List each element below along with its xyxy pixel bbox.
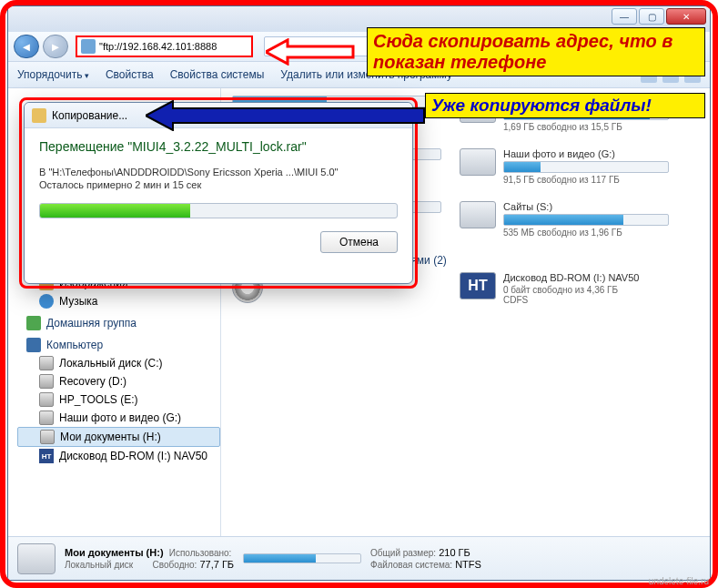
sidebar-item-bdrom[interactable]: HTДисковод BD-ROM (I:) NAV50 <box>17 447 220 465</box>
status-type: Локальный диск <box>65 560 133 570</box>
close-button[interactable]: ✕ <box>666 8 706 25</box>
copy-heading: Перемещение "MIUI4_3.2.22_MULTI_lock.rar… <box>39 139 398 154</box>
svg-marker-0 <box>266 40 353 64</box>
disk-icon <box>40 430 55 444</box>
sidebar-item-label: Локальный диск (C:) <box>59 357 163 370</box>
sidebar-item-recovery[interactable]: Recovery (D:) <box>17 372 220 390</box>
disk-icon <box>39 374 54 389</box>
drive-label: Наши фото и видео (G:) <box>503 148 669 159</box>
drive-free: 91,5 ГБ свободно из 117 ГБ <box>503 175 669 185</box>
status-usage-bar <box>243 553 361 563</box>
annotation-copying: Уже копируются файлы! <box>425 93 705 118</box>
homegroup-icon <box>26 316 41 330</box>
sidebar-item-hptools[interactable]: HP_TOOLS (E:) <box>17 390 220 409</box>
bd-icon: HT <box>460 272 496 299</box>
explorer-window: — ▢ ✕ ◄ ► Упорядочить Свойства Свойства … <box>7 5 711 581</box>
drive-free: 1,69 ГБ свободно из 15,5 ГБ <box>503 122 669 132</box>
status-used-label: Использовано: <box>169 548 232 558</box>
progress-bar <box>39 203 398 218</box>
status-free-label: Свободно: <box>153 560 197 570</box>
drive-free: 0 байт свободно из 4,36 ГБ <box>503 285 669 295</box>
disk-icon <box>39 392 54 407</box>
arrow-blue-icon <box>146 100 428 131</box>
status-fs-label: Файловая система: <box>370 560 452 570</box>
dialog-title: Копирование... <box>52 109 127 122</box>
forward-button[interactable]: ► <box>43 35 68 58</box>
drive-photos[interactable]: Наши фото и видео (G:) 91,5 ГБ свободно … <box>460 148 669 185</box>
sidebar-item-label: HP_TOOLS (E:) <box>59 393 137 406</box>
music-icon <box>39 294 54 309</box>
system-properties-button[interactable]: Свойства системы <box>170 68 265 81</box>
copy-path: В "H:\Телефоны\ANDDDROIDD\Sony Ericsson … <box>39 167 398 177</box>
address-bar[interactable] <box>76 35 253 57</box>
cancel-button[interactable]: Отмена <box>320 231 398 253</box>
sidebar-item-label: Recovery (D:) <box>59 375 126 388</box>
annotation-address: Сюда скопировать адрес, что в показан те… <box>367 27 705 76</box>
location-icon <box>81 39 96 54</box>
sidebar-item-music[interactable]: Музыка <box>17 292 220 310</box>
address-input[interactable] <box>99 41 248 52</box>
sidebar-item-mydocs[interactable]: Мои документы (H:) <box>17 427 220 447</box>
sidebar-item-label: Наши фото и видео (G:) <box>59 411 181 424</box>
sidebar-item-label: Музыка <box>59 295 97 308</box>
sidebar-item-local-c[interactable]: Локальный диск (C:) <box>17 354 220 372</box>
sidebar-item-homegroup[interactable]: Домашняя группа <box>17 314 220 332</box>
disk-icon <box>39 411 54 425</box>
sidebar-item-photos[interactable]: Наши фото и видео (G:) <box>17 409 220 427</box>
status-bar: Мои документы (H:) Использовано: Локальн… <box>8 536 710 580</box>
drive-free: 535 МБ свободно из 1,96 ГБ <box>503 228 669 238</box>
drive-bd[interactable]: HT Дисковод BD-ROM (I:) NAV50 0 байт сво… <box>460 272 669 305</box>
sidebar-item-label: Дисковод BD-ROM (I:) NAV50 <box>59 450 207 462</box>
maximize-button[interactable]: ▢ <box>639 8 664 25</box>
status-free-val: 77,7 ГБ <box>199 559 234 570</box>
computer-icon <box>26 338 41 352</box>
hdd-icon <box>460 201 496 228</box>
status-fs-val: NTFS <box>455 559 481 570</box>
svg-marker-1 <box>146 101 424 130</box>
watermark: undelete-file.ru <box>649 576 709 586</box>
sidebar-item-computer[interactable]: Компьютер <box>17 336 220 354</box>
hdd-icon <box>17 543 56 574</box>
drive-sites[interactable]: Сайты (S:) 535 МБ свободно из 1,96 ГБ <box>460 201 669 238</box>
minimize-button[interactable]: — <box>612 8 637 25</box>
hdd-icon <box>460 148 496 176</box>
bd-icon: HT <box>39 449 54 463</box>
status-total-val: 210 ГБ <box>439 547 470 558</box>
status-name: Мои документы (H:) <box>65 547 164 558</box>
status-total-label: Общий размер: <box>370 548 436 558</box>
arrow-red-icon <box>266 38 357 66</box>
properties-button[interactable]: Свойства <box>106 68 154 81</box>
copy-icon <box>32 108 46 123</box>
disk-icon <box>39 356 54 370</box>
copy-time: Осталось примерно 2 мин и 15 сек <box>39 179 398 190</box>
sidebar-item-label: Компьютер <box>46 339 103 351</box>
sidebar-item-label: Домашняя группа <box>46 317 137 329</box>
drive-fs: CDFS <box>503 295 669 305</box>
organize-menu[interactable]: Упорядочить <box>17 68 89 81</box>
back-button[interactable]: ◄ <box>14 35 39 58</box>
drive-label: Сайты (S:) <box>503 201 669 212</box>
sidebar-item-label: Мои документы (H:) <box>60 431 161 443</box>
drive-label: Дисковод BD-ROM (I:) NAV50 <box>503 272 669 283</box>
